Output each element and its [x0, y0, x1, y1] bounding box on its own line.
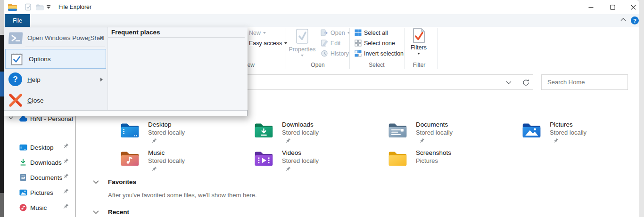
- menu-item-label: Help: [27, 76, 41, 83]
- ribbon-new-button[interactable]: New: [249, 30, 266, 36]
- ribbon-filters-button[interactable]: Filters: [406, 28, 431, 55]
- qat-properties-icon[interactable]: [25, 3, 32, 11]
- qat-new-folder-icon[interactable]: [36, 4, 44, 10]
- menu-item-help[interactable]: ? Help: [4, 71, 107, 88]
- ribbon-group-divider: [405, 28, 405, 69]
- chevron-down-icon[interactable]: [93, 210, 99, 214]
- select-none-label: Select none: [364, 40, 395, 47]
- sidebar-scrollbar[interactable]: [75, 115, 76, 217]
- tile-music[interactable]: Music Stored locally: [120, 149, 185, 174]
- pin-icon: [62, 203, 69, 212]
- qat-customize-dropdown-icon[interactable]: [46, 5, 51, 9]
- favorites-empty-text: After you've favorited some files, we'll…: [108, 192, 257, 199]
- maximize-button[interactable]: [602, 0, 623, 14]
- minimize-button[interactable]: [580, 0, 602, 14]
- tile-pictures[interactable]: Pictures Stored locally: [522, 121, 586, 146]
- tile-subtitle: Pictures: [416, 157, 451, 164]
- tile-videos[interactable]: Videos Stored locally: [254, 149, 319, 174]
- desktop-edge: [0, 0, 4, 35]
- menu-item-close[interactable]: Close: [4, 91, 107, 109]
- titlebar-divider: [54, 4, 54, 11]
- tile-name: Videos: [282, 149, 319, 156]
- desktop-edge: [0, 193, 4, 217]
- refresh-icon[interactable]: [522, 79, 530, 87]
- sidebar-separator: [13, 133, 70, 133]
- sidebar-item-pictures[interactable]: Pictures: [4, 186, 74, 199]
- properties-label: Properties: [289, 46, 316, 53]
- pin-icon: [285, 137, 319, 146]
- maximize-icon: [610, 5, 615, 10]
- recent-section-header[interactable]: Recent: [93, 209, 129, 216]
- group-label-select: Select: [363, 62, 391, 68]
- screenshots-folder-icon: [388, 149, 407, 166]
- filters-label: Filters: [411, 44, 427, 51]
- tile-name: Desktop: [148, 121, 185, 128]
- tile-name: Screenshots: [416, 149, 451, 156]
- title-bar: File Explorer: [4, 0, 639, 14]
- ribbon-select-none-button[interactable]: Select none: [355, 40, 395, 47]
- ribbon-edit-button[interactable]: Edit: [321, 40, 341, 47]
- invert-selection-label: Invert selection: [364, 50, 404, 57]
- expand-chevron-icon[interactable]: [8, 116, 13, 120]
- menu-item-options[interactable]: Options: [5, 49, 106, 69]
- ribbon-open-button[interactable]: Open: [321, 29, 350, 36]
- close-button[interactable]: [622, 0, 644, 14]
- sidebar-item-desktop[interactable]: Desktop: [4, 141, 74, 154]
- collapse-ribbon-icon[interactable]: [620, 18, 626, 21]
- ribbon-properties-button[interactable]: Properties: [287, 28, 318, 56]
- ribbon-select-all-button[interactable]: Select all: [355, 29, 388, 36]
- frequent-places-divider: [108, 37, 245, 38]
- pin-icon: [285, 166, 319, 174]
- sidebar-item-downloads[interactable]: Downloads: [4, 156, 74, 169]
- options-checkbox-icon: [11, 53, 24, 65]
- tile-screenshots[interactable]: Screenshots Pictures: [388, 149, 451, 166]
- pin-icon: [62, 158, 69, 167]
- close-icon: [631, 5, 636, 10]
- menu-item-label: Open Windows PowerShell: [27, 34, 105, 41]
- ribbon-tab-row: [4, 14, 639, 27]
- file-menu-popup: Open Windows PowerShell Options ? Help C…: [4, 27, 248, 116]
- submenu-arrow-icon: [100, 36, 103, 40]
- ribbon-help-icon[interactable]: ?: [631, 16, 639, 24]
- group-label-filter: Filter: [407, 62, 431, 68]
- music-folder-icon: [120, 149, 140, 166]
- favorites-section-header[interactable]: Favorites: [93, 178, 136, 185]
- filters-icon: [413, 28, 425, 43]
- menu-bottom-strip: [4, 110, 247, 116]
- ribbon-history-button[interactable]: History: [321, 50, 349, 57]
- menu-item-open-powershell[interactable]: Open Windows PowerShell: [4, 29, 107, 47]
- new-button-label: New: [249, 30, 261, 36]
- sidebar-item-label: Downloads: [30, 159, 62, 166]
- sidebar-item-label: Pictures: [30, 189, 53, 196]
- tile-desktop[interactable]: Desktop Stored locally: [120, 121, 185, 146]
- pictures-icon: [19, 188, 27, 197]
- pin-icon: [62, 173, 69, 182]
- select-none-icon: [355, 40, 362, 47]
- select-all-label: Select all: [364, 30, 388, 36]
- desktop-edge: [0, 72, 4, 96]
- tile-subtitle: Stored locally: [282, 129, 319, 136]
- frequent-places-panel: Frequent places: [107, 27, 248, 110]
- ribbon-invert-selection-button[interactable]: Invert selection: [355, 50, 404, 57]
- pictures-folder-icon: [522, 121, 541, 138]
- ribbon-group-divider: [349, 28, 350, 69]
- tab-file[interactable]: File: [5, 14, 30, 27]
- pin-icon: [62, 143, 69, 152]
- sidebar-item-music[interactable]: Music: [4, 201, 74, 214]
- search-box[interactable]: [541, 74, 628, 90]
- group-label-open: Open: [304, 62, 332, 68]
- tile-downloads[interactable]: Downloads Stored locally: [254, 121, 319, 146]
- easy-access-label: Easy access: [249, 40, 282, 47]
- desktop-icon: [19, 143, 27, 152]
- tile-subtitle: Stored locally: [148, 157, 185, 164]
- ribbon-easy-access-button[interactable]: Easy access: [249, 40, 287, 47]
- chevron-down-icon: [417, 53, 420, 55]
- address-dropdown-chevron-icon[interactable]: [506, 81, 512, 84]
- file-tab-label: File: [13, 17, 22, 24]
- sidebar-item-documents[interactable]: Documents: [4, 171, 74, 184]
- desktop-folder-icon: [120, 121, 140, 138]
- open-button-label: Open: [330, 30, 345, 36]
- search-input[interactable]: [542, 79, 632, 86]
- tile-documents[interactable]: Documents Stored locally: [388, 121, 453, 146]
- chevron-down-icon[interactable]: [93, 180, 99, 184]
